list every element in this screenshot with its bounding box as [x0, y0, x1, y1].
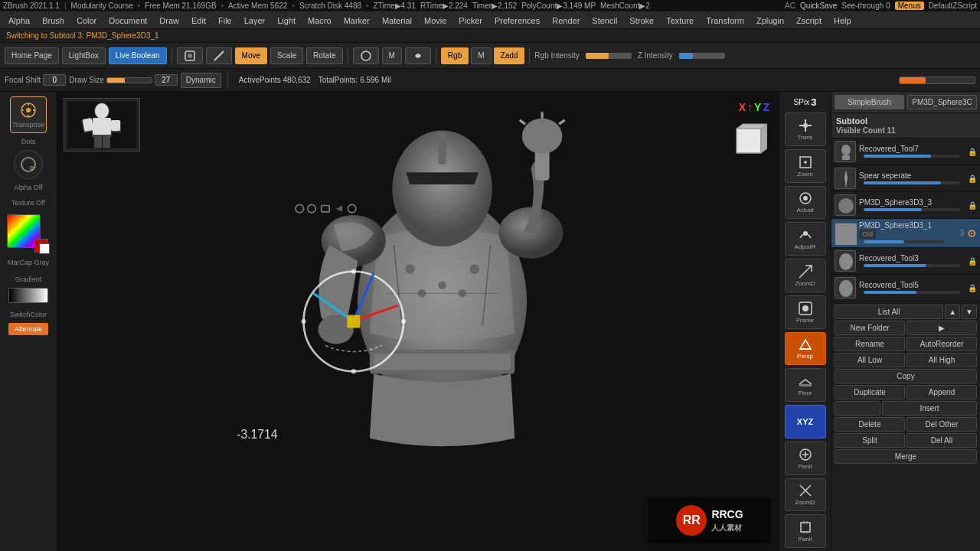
live-boolean-btn[interactable]: Live Boolean — [109, 47, 167, 64]
auto-reorder-btn[interactable]: AutoReorder — [906, 337, 977, 351]
zoomd2-icon-btn[interactable]: ZoomD — [785, 478, 826, 512]
floor-icon-btn[interactable]: Floor — [785, 368, 826, 402]
menu-item-preferences[interactable]: Preferences — [489, 15, 545, 27]
menu-item-material[interactable]: Material — [377, 15, 417, 27]
delete-btn[interactable]: Delete — [835, 417, 905, 432]
subtool-item-spear[interactable]: Spear seperate 🔒 — [831, 165, 980, 192]
rename-btn[interactable]: Rename — [835, 337, 905, 351]
draw-size-value[interactable]: 27 — [155, 74, 178, 86]
subtool-item-recovered3[interactable]: Recovered_Tool3 🔒 — [831, 248, 980, 275]
menu-item-marker[interactable]: Marker — [338, 15, 375, 27]
list-all-btn[interactable]: List All — [835, 305, 943, 319]
menu-item-document[interactable]: Document — [103, 15, 152, 27]
focal-shift-value[interactable]: 0 — [43, 74, 66, 86]
split-btn[interactable]: Split — [835, 433, 905, 448]
all-low-btn[interactable]: All Low — [835, 353, 905, 367]
dynamic-btn[interactable]: Dynamic — [181, 73, 221, 88]
gradient-preview[interactable] — [8, 288, 48, 303]
subtool-lock-2[interactable]: 🔒 — [968, 174, 977, 183]
xyz-mode-btn[interactable]: XYZ — [785, 405, 826, 439]
move-mode-btn[interactable]: Move — [235, 47, 267, 64]
rgb-btn[interactable]: Rgb — [441, 47, 469, 64]
panit2-icon-btn[interactable]: Panit — [785, 514, 826, 548]
menu-item-picker[interactable]: Picker — [453, 15, 488, 27]
menu-item-stroke[interactable]: Stroke — [624, 15, 659, 27]
quicksave-btn[interactable]: QuickSave — [800, 2, 837, 10]
color-picker-area[interactable] — [7, 214, 50, 254]
new-folder-btn[interactable]: New Folder — [835, 321, 905, 335]
subtool-lock-1[interactable]: 🔒 — [968, 148, 977, 156]
subtool-lock-5[interactable]: 🔒 — [968, 257, 977, 266]
subtool-slider-3[interactable] — [864, 208, 960, 211]
draw-mode-btn[interactable] — [206, 47, 232, 64]
del-other-btn[interactable]: Del Other — [906, 417, 977, 432]
zoom-icon-btn[interactable]: Zoom — [785, 149, 826, 183]
canvas-area[interactable]: -3.1714 X ↑ Y Z RR RRCG人人素材 — [57, 92, 779, 551]
orientation-cube[interactable] — [730, 122, 767, 159]
subtool-item-recovered5[interactable]: Recovered_Tool5 🔒 — [831, 275, 980, 302]
subtool-slider-4[interactable] — [864, 240, 944, 243]
transpose-btn[interactable]: Transpose — [10, 96, 47, 133]
morph-btn[interactable] — [353, 47, 379, 64]
lightbox-btn[interactable]: LightBox — [62, 47, 106, 64]
draw-mode-icon[interactable] — [177, 47, 203, 64]
menu-item-help[interactable]: Help — [828, 15, 857, 27]
pm3d-sphere-btn[interactable]: PM3D_Sphere3C — [907, 95, 977, 109]
persp-icon-btn[interactable]: Persp — [785, 332, 826, 366]
subtool-settings-icon[interactable]: ⚙ — [967, 227, 977, 240]
menu-item-light[interactable]: Light — [272, 15, 301, 27]
z-intensity-slider[interactable] — [679, 53, 725, 59]
menu-item-alpha[interactable]: Alpha — [3, 15, 35, 27]
insert-btn[interactable]: Insert — [882, 401, 977, 416]
subtool-item-pm3d3[interactable]: PM3D_Sphere3D3_3 🔒 — [831, 192, 980, 219]
background-color[interactable] — [39, 243, 50, 254]
subtool-slider-6[interactable] — [864, 291, 960, 294]
menu-item-transform[interactable]: Transform — [701, 15, 750, 27]
subtool-item-pm3d1[interactable]: PM3D_Sphere3D3_1 Old 3 ⚙ — [831, 219, 980, 248]
subtool-slider-1[interactable] — [864, 155, 960, 158]
menu-item-stencil[interactable]: Stencil — [586, 15, 622, 27]
menu-item-render[interactable]: Render — [547, 15, 585, 27]
menu-item-brush[interactable]: Brush — [37, 15, 70, 27]
circle-icon-btn[interactable] — [14, 150, 43, 179]
menus-btn[interactable]: Menus — [895, 2, 924, 10]
menu-item-macro[interactable]: Macro — [302, 15, 337, 27]
rgb-intensity-slider[interactable] — [586, 53, 632, 59]
subtool-slider-5[interactable] — [864, 264, 960, 267]
see-through[interactable]: See-through 0 — [841, 2, 890, 10]
adjustr-icon-btn[interactable]: AdjustR — [785, 222, 826, 256]
menu-item-texture[interactable]: Texture — [661, 15, 699, 27]
frame-icon-btn[interactable]: Frame — [785, 295, 826, 329]
subtool-lock-3[interactable]: 🔒 — [968, 201, 977, 210]
texture-off-label[interactable]: Texture Off — [11, 199, 45, 207]
menu-item-zplugin[interactable]: Zplugin — [751, 15, 789, 27]
menu-item-edit[interactable]: Edit — [186, 15, 211, 27]
subtool-lock-6[interactable]: 🔒 — [968, 284, 977, 292]
menu-item-draw[interactable]: Draw — [154, 15, 185, 27]
menu-item-layer[interactable]: Layer — [239, 15, 271, 27]
m-indicator[interactable]: M — [471, 47, 491, 64]
new-folder-arrow-btn[interactable]: ▶ — [906, 321, 977, 335]
zadd-btn[interactable]: Zadd — [494, 47, 525, 64]
menu-item-color[interactable]: Color — [71, 15, 102, 27]
alternate-btn[interactable]: Alternate — [8, 323, 48, 335]
draw-size-slider[interactable] — [106, 77, 152, 83]
copy-btn[interactable]: Copy — [835, 369, 977, 383]
simple-brush-btn[interactable]: SimpleBrush — [835, 95, 904, 109]
menu-item-zscript[interactable]: Zscript — [791, 15, 827, 27]
zoomd-icon-btn[interactable]: ZoomD — [785, 259, 826, 292]
menu-item-movie[interactable]: Movie — [419, 15, 452, 27]
rotate-mode-btn[interactable]: Rotate — [306, 47, 342, 64]
menu-item-file[interactable]: File — [213, 15, 237, 27]
m-btn[interactable]: M — [382, 47, 402, 64]
duplicate-btn[interactable]: Duplicate — [835, 385, 905, 399]
del-all-btn[interactable]: Del All — [906, 433, 977, 448]
actual-icon-btn[interactable]: Actual — [785, 186, 826, 220]
subtool-slider-2[interactable] — [864, 181, 960, 184]
home-page-btn[interactable]: Home Page — [5, 47, 59, 64]
subtool-item-recovered7[interactable]: Recovered_Tool7 🔒 — [831, 139, 980, 165]
list-all-up-btn[interactable]: ▲ — [945, 305, 960, 319]
default-zscript[interactable]: DefaultZScript — [929, 2, 977, 10]
alpha-off-label[interactable]: Alpha Off — [14, 184, 42, 191]
panit-icon-btn[interactable]: Panit — [785, 442, 826, 475]
